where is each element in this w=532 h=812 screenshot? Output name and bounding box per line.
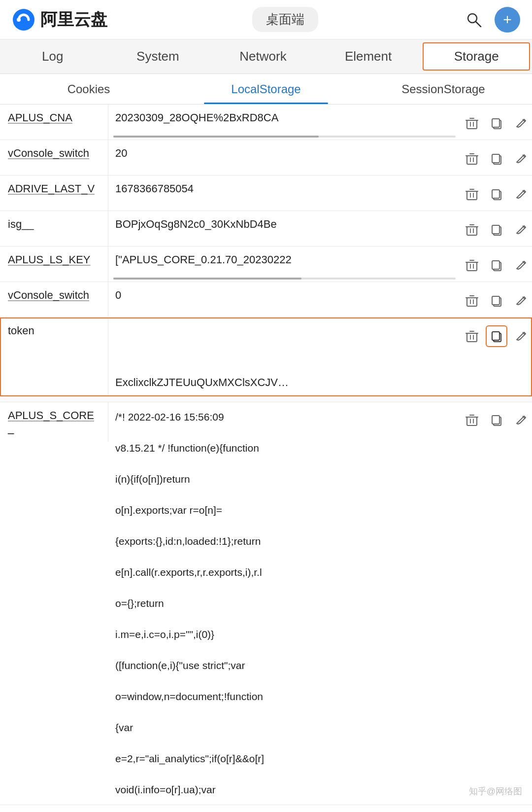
desktop-label: 桌面端	[252, 7, 318, 32]
copy-button-highlighted[interactable]	[486, 325, 507, 347]
edit-button[interactable]	[510, 219, 532, 241]
subtab-cookies[interactable]: Cookies	[0, 74, 177, 104]
table-row: vConsole_switch 0	[0, 282, 532, 318]
copy-button[interactable]	[486, 219, 507, 241]
copy-button[interactable]	[486, 290, 507, 312]
edit-button[interactable]	[510, 254, 532, 276]
tab-element[interactable]: Element	[316, 39, 421, 73]
edit-button[interactable]	[510, 183, 532, 205]
app-header: 阿里云盘 桌面端 +	[0, 0, 532, 39]
svg-rect-9	[492, 154, 499, 163]
table-divider	[0, 396, 532, 402]
copy-button[interactable]	[486, 409, 507, 431]
copy-button[interactable]	[486, 254, 507, 276]
svg-rect-18	[492, 261, 499, 269]
svg-rect-13	[467, 227, 477, 235]
row-key: ADRIVE_LAST_V	[0, 176, 108, 211]
row-actions	[461, 105, 532, 140]
copy-button[interactable]	[486, 148, 507, 170]
svg-rect-27	[492, 416, 499, 424]
storage-subtabs: Cookies LocalStorage SessionStorage	[0, 74, 532, 105]
row-key: APLUS_LS_KEY	[0, 247, 108, 282]
svg-rect-16	[467, 262, 477, 271]
aliyun-logo-icon	[12, 8, 35, 32]
svg-rect-21	[492, 296, 499, 305]
svg-rect-12	[492, 190, 499, 198]
svg-rect-10	[467, 191, 477, 200]
delete-button[interactable]	[461, 254, 483, 276]
delete-button[interactable]	[461, 290, 483, 312]
subtab-sessionstorage[interactable]: SessionStorage	[355, 74, 532, 104]
svg-rect-4	[467, 120, 477, 129]
edit-button[interactable]	[510, 148, 532, 170]
token-value: ExclixclkZJTEUuQUxMXClsXCJV…	[108, 318, 461, 396]
tab-network[interactable]: Network	[210, 39, 316, 73]
header-center: 桌面端	[107, 7, 463, 32]
row-value: BOPjxOqSg8N2c0_30KxNbD4Be	[108, 211, 461, 246]
table-row: isg__ BOPjxOqSg8N2c0_30KxNbD4Be	[0, 211, 532, 247]
table-row-aplus-core: APLUS_S_CORE_ /*! 2022-02-16 15:56:09 v8…	[0, 402, 532, 805]
edit-button[interactable]	[510, 112, 532, 134]
row-value: 20	[108, 140, 461, 175]
row-actions	[461, 176, 532, 211]
svg-rect-15	[492, 225, 499, 234]
app-name-label: 阿里云盘	[40, 8, 107, 31]
delete-button[interactable]	[461, 183, 483, 205]
delete-button[interactable]	[461, 148, 483, 170]
svg-point-1	[17, 18, 21, 22]
subtab-localstorage[interactable]: LocalStorage	[177, 74, 355, 104]
row-actions	[461, 140, 532, 175]
tab-system[interactable]: System	[105, 39, 211, 73]
token-key: token	[0, 318, 108, 396]
copy-button[interactable]	[486, 183, 507, 205]
app-logo: 阿里云盘	[12, 8, 107, 32]
table-row-token: token ExclixclkZJTEUuQUxMXClsXCJV…	[0, 318, 532, 396]
svg-rect-22	[467, 333, 477, 342]
row-value: 1678366785054	[108, 176, 461, 211]
row-key: APLUS_CNA	[0, 105, 108, 140]
delete-button[interactable]	[461, 325, 483, 347]
row-key: vConsole_switch	[0, 140, 108, 175]
aplus-core-actions	[461, 402, 532, 431]
delete-button[interactable]	[461, 219, 483, 241]
row-key: isg__	[0, 211, 108, 246]
row-value: ["APLUS_CORE_0.21.70_20230222	[108, 247, 461, 282]
add-button[interactable]: +	[495, 7, 520, 33]
edit-button[interactable]	[510, 290, 532, 312]
table-row: APLUS_LS_KEY ["APLUS_CORE_0.21.70_202302…	[0, 247, 532, 282]
row-value: 20230309_28OQHE%2BxRD8CA	[108, 105, 461, 140]
aplus-core-key: APLUS_S_CORE_	[0, 402, 108, 442]
svg-rect-24	[492, 332, 499, 340]
search-button[interactable]	[463, 9, 485, 31]
row-actions	[461, 211, 532, 246]
svg-rect-6	[492, 119, 499, 127]
aplus-core-value: /*! 2022-02-16 15:56:09 v8.15.21 */ !fun…	[108, 402, 461, 805]
svg-rect-25	[467, 417, 477, 425]
devtools-tabs: Log System Network Element Storage	[0, 39, 532, 74]
storage-table: APLUS_CNA 20230309_28OQHE%2BxRD8CA vCons…	[0, 105, 532, 805]
svg-line-3	[476, 22, 481, 27]
table-row: ADRIVE_LAST_V 1678366785054	[0, 176, 532, 211]
token-actions	[461, 318, 532, 396]
table-row: APLUS_CNA 20230309_28OQHE%2BxRD8CA	[0, 105, 532, 140]
edit-button[interactable]	[510, 325, 532, 347]
delete-button[interactable]	[461, 112, 483, 134]
tab-log[interactable]: Log	[0, 39, 105, 73]
header-actions: +	[463, 7, 520, 33]
table-row: vConsole_switch 20	[0, 140, 532, 176]
row-actions	[461, 247, 532, 282]
row-actions	[461, 282, 532, 317]
delete-button[interactable]	[461, 409, 483, 431]
svg-point-0	[13, 9, 34, 31]
row-key: vConsole_switch	[0, 282, 108, 317]
svg-rect-7	[467, 156, 477, 164]
copy-button[interactable]	[486, 112, 507, 134]
edit-button[interactable]	[510, 409, 532, 431]
svg-rect-19	[467, 298, 477, 306]
row-value: 0	[108, 282, 461, 317]
tab-storage[interactable]: Storage	[423, 42, 530, 71]
